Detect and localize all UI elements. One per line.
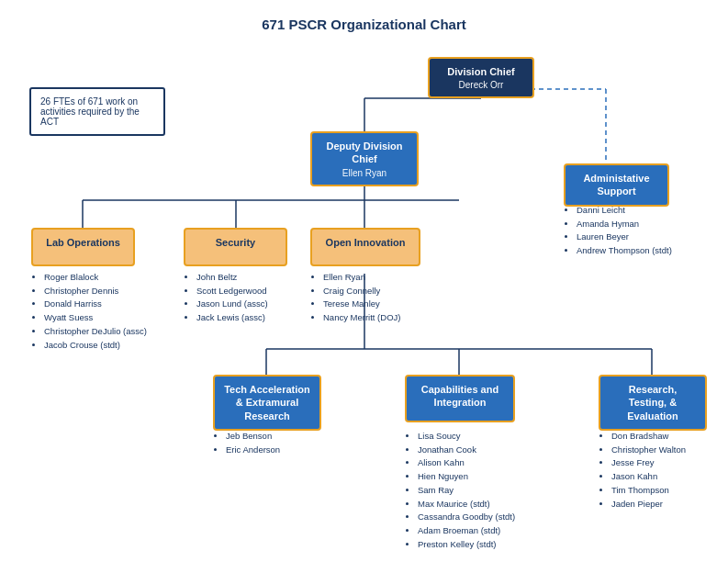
note-text: 26 FTEs of 671 work on activities requir…	[40, 96, 140, 127]
capabilities-people: Lisa Soucy Jonathan Cook Alison Kahn Hie…	[405, 430, 515, 551]
tech-accel-people: Jeb Benson Eric Anderson	[213, 430, 280, 456]
lab-ops-people: Roger Blalock Christopher Dennis Donald …	[31, 271, 147, 352]
admin-box: Administative Support	[564, 163, 669, 207]
list-item: Cassandra Goodby (stdt)	[418, 511, 515, 524]
list-item: Ellen Ryan	[323, 271, 400, 285]
division-chief-box: Division Chief Dereck Orr	[428, 57, 534, 98]
research-people: Don Bradshaw Christopher Walton Jesse Fr…	[599, 430, 686, 511]
lab-ops-box: Lab Operations	[31, 228, 135, 266]
list-item: Jesse Frey	[611, 456, 686, 470]
list-item: Adam Broeman (stdt)	[418, 524, 515, 538]
deputy-sub: Ellen Ryan	[321, 168, 408, 178]
security-title: Security	[195, 236, 276, 249]
list-item: Don Bradshaw	[611, 430, 686, 444]
list-item: Lauren Beyer	[577, 230, 672, 244]
list-item: Craig Connelly	[323, 285, 400, 298]
admin-people: Danni Leicht Amanda Hyman Lauren Beyer A…	[564, 204, 672, 258]
admin-title: Administative Support	[575, 172, 658, 198]
list-item: Jack Lewis (assc)	[196, 311, 268, 325]
division-chief-title: Division Chief	[439, 65, 523, 78]
lab-ops-title: Lab Operations	[42, 236, 124, 249]
open-innovation-box: Open Innovation	[310, 228, 420, 266]
deputy-title: Deputy Division Chief	[321, 140, 408, 166]
list-item: Scott Ledgerwood	[196, 285, 268, 298]
deputy-box: Deputy Division Chief Ellen Ryan	[310, 131, 419, 186]
list-item: Jacob Crouse (stdt)	[44, 339, 147, 353]
page: 671 PSCR Organizational Chart 26 FTEs of…	[0, 0, 728, 58]
list-item: Jaden Pieper	[611, 498, 686, 511]
research-title: Research, Testing, & Evaluation	[610, 383, 696, 422]
list-item: Hien Nguyen	[418, 470, 515, 484]
list-item: Wyatt Suess	[44, 311, 147, 325]
list-item: John Beltz	[196, 271, 268, 285]
list-item: Alison Kahn	[418, 456, 515, 470]
tech-accel-box: Tech Acceleration & Extramural Research	[213, 375, 321, 431]
list-item: Christopher Dennis	[44, 285, 147, 298]
list-item: Andrew Thompson (stdt)	[577, 244, 672, 258]
list-item: Christopher Walton	[611, 444, 686, 457]
list-item: Eric Anderson	[226, 444, 280, 457]
list-item: Sam Ray	[418, 484, 515, 498]
open-innovation-title: Open Innovation	[321, 236, 409, 249]
list-item: Tim Thompson	[611, 484, 686, 498]
list-item: Christopher DeJulio (assc)	[44, 325, 147, 339]
list-item: Jonathan Cook	[418, 444, 515, 457]
list-item: Preston Kelley (stdt)	[418, 538, 515, 552]
capabilities-box: Capabilities and Integration	[405, 375, 515, 422]
research-box: Research, Testing, & Evaluation	[599, 375, 707, 431]
list-item: Jason Lund (assc)	[196, 298, 268, 311]
note-box: 26 FTEs of 671 work on activities requir…	[29, 87, 165, 136]
list-item: Nancy Merritt (DOJ)	[323, 311, 400, 325]
open-innovation-people: Ellen Ryan Craig Connelly Terese Manley …	[310, 271, 400, 325]
capabilities-title: Capabilities and Integration	[416, 383, 504, 410]
list-item: Danni Leicht	[577, 204, 672, 218]
list-item: Roger Blalock	[44, 271, 147, 285]
list-item: Donald Harriss	[44, 298, 147, 311]
list-item: Max Maurice (stdt)	[418, 498, 515, 511]
tech-accel-title: Tech Acceleration & Extramural Research	[224, 383, 310, 422]
security-box: Security	[184, 228, 287, 266]
list-item: Amanda Hyman	[577, 218, 672, 231]
page-title: 671 PSCR Organizational Chart	[18, 17, 710, 32]
list-item: Jason Kahn	[611, 470, 686, 484]
security-people: John Beltz Scott Ledgerwood Jason Lund (…	[184, 271, 268, 325]
list-item: Jeb Benson	[226, 430, 280, 444]
list-item: Terese Manley	[323, 298, 400, 311]
list-item: Lisa Soucy	[418, 430, 515, 444]
division-chief-sub: Dereck Orr	[439, 80, 523, 90]
